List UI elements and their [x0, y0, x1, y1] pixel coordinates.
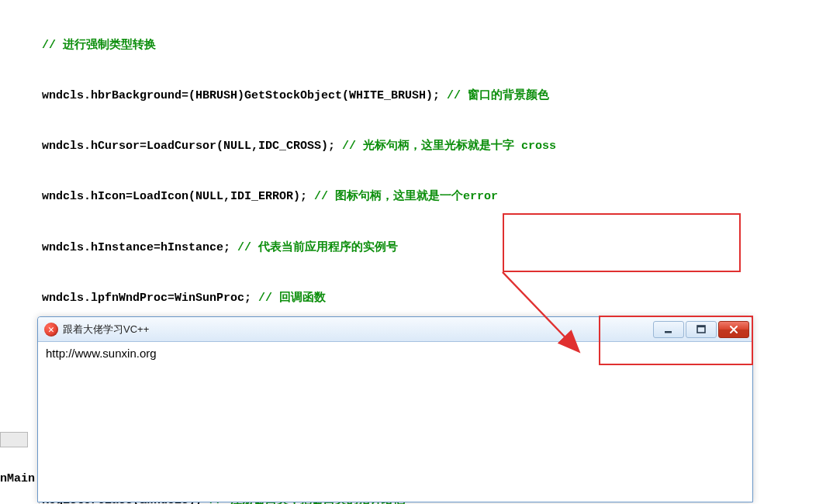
svg-rect-3 [697, 326, 705, 327]
code-text: wndcls.hIcon=LoadIcon(NULL,IDI_ERROR); [42, 190, 314, 203]
window-client-area: http://www.sunxin.org [38, 342, 752, 364]
code-text: wndcls.lpfnWndProc=WinSunProc; [42, 292, 258, 305]
code-comment: // 进行强制类型转换 [42, 39, 156, 52]
horizontal-scrollbar-fragment[interactable] [0, 432, 28, 447]
gutter-label: nMain [0, 472, 35, 485]
code-comment: // 图标句柄，这里就是一个error [314, 190, 498, 203]
window-controls [653, 321, 749, 338]
child-window: ✕ 跟着大佬学习VC++ http://www.sunxin.org [37, 316, 753, 502]
code-comment: // 光标句柄，这里光标就是十字 cross [342, 140, 556, 153]
error-icon: ✕ [44, 323, 58, 337]
window-title: 跟着大佬学习VC++ [63, 323, 653, 337]
code-comment: // 窗口的背景颜色 [447, 89, 549, 102]
client-text: http://www.sunxin.org [46, 347, 157, 360]
svg-rect-1 [665, 331, 672, 333]
code-comment: // 回调函数 [258, 292, 326, 305]
minimize-button[interactable] [653, 321, 684, 338]
window-titlebar[interactable]: ✕ 跟着大佬学习VC++ [38, 317, 752, 342]
code-text: wndcls.hInstance=hInstance; [42, 241, 237, 254]
editor-gutter: nMain [0, 447, 40, 504]
code-comment: // 代表当前应用程序的实例号 [237, 241, 398, 254]
code-text: wndcls.hCursor=LoadCursor(NULL,IDC_CROSS… [42, 140, 342, 153]
maximize-button[interactable] [686, 321, 717, 338]
close-button[interactable] [718, 321, 749, 338]
code-text: wndcls.hbrBackground=(HBRUSH)GetStockObj… [42, 89, 447, 102]
